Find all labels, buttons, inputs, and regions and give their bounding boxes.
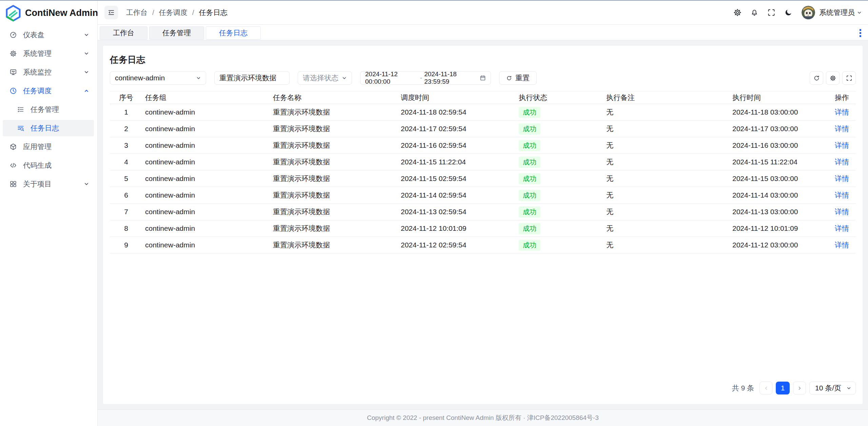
cell-name: 重置演示环境数据 (270, 174, 398, 183)
pagination: 共 9 条 1 10 条/页 (110, 382, 856, 394)
grid-icon (9, 180, 17, 188)
pagination-page-1[interactable]: 1 (776, 382, 790, 394)
breadcrumb-item[interactable]: 工作台 (126, 8, 147, 17)
refresh-icon (506, 75, 512, 81)
chevron-up-icon (84, 88, 89, 94)
fullscreen-button[interactable] (766, 7, 777, 18)
cell-schedule-time: 2024-11-12 10:01:09 (398, 224, 516, 232)
chevron-down-icon (196, 76, 201, 81)
status-badge: 成功 (519, 206, 540, 218)
pagination-next-button[interactable] (793, 382, 806, 394)
status-badge: 成功 (519, 157, 540, 168)
cell-status: 成功 (516, 157, 604, 168)
sidebar-item-system-monitor[interactable]: 系统监控 (3, 64, 94, 80)
dark-mode-button[interactable] (783, 7, 794, 18)
table-body: 1 continew-admin 重置演示环境数据 2024-11-18 02:… (110, 104, 856, 253)
table-header-row: 序号 任务组 任务名称 调度时间 执行状态 执行备注 执行时间 操作 (110, 91, 856, 104)
code-icon (9, 162, 17, 169)
logo[interactable]: ContiNew Admin (0, 1, 97, 25)
table-toolbar (810, 71, 856, 85)
fullscreen-icon (846, 75, 852, 81)
tab-task-management[interactable]: 任务管理 (149, 26, 204, 40)
detail-link[interactable]: 详情 (835, 241, 849, 249)
filter-bar: continew-admin 重置演示环境数据 请选择状态 2024-11-12… (110, 71, 856, 85)
sidebar-item-code-generation[interactable]: 代码生成 (3, 157, 94, 174)
date-range-picker[interactable]: 2024-11-12 00:00:00 - 2024-11-18 23:59:5… (360, 71, 491, 85)
column-header-status: 执行状态 (516, 93, 604, 102)
cell-schedule-time: 2024-11-18 02:59:54 (398, 108, 516, 116)
tab-label: 工作台 (113, 28, 134, 38)
table-row: 1 continew-admin 重置演示环境数据 2024-11-18 02:… (110, 104, 856, 121)
sidebar: ContiNew Admin 仪表盘 系统管理 (0, 1, 98, 426)
sidebar-item-about-project[interactable]: 关于项目 (3, 176, 94, 192)
sidebar-collapse-button[interactable] (104, 6, 118, 19)
chevron-down-icon (846, 386, 851, 391)
cell-exec-time: 2024-11-16 03:00:00 (730, 141, 825, 149)
cell-group: continew-admin (142, 108, 270, 116)
cell-actions: 详情 (825, 224, 856, 233)
tab-task-log[interactable]: 任务日志 (206, 26, 261, 40)
pagination-total: 共 9 条 (732, 383, 754, 393)
sidebar-item-app-management[interactable]: 应用管理 (3, 139, 94, 155)
pagination-prev-button[interactable] (760, 382, 772, 394)
sidebar-item-label: 任务日志 (31, 123, 94, 133)
page-size-select[interactable]: 10 条/页 (809, 382, 856, 394)
sidebar-item-task-management[interactable]: 任务管理 (3, 101, 94, 118)
column-header-remark: 执行备注 (604, 93, 730, 102)
sidebar-item-label: 关于项目 (23, 179, 84, 189)
status-badge: 成功 (519, 190, 540, 201)
breadcrumb-item[interactable]: 任务调度 (159, 8, 188, 17)
avatar[interactable] (802, 6, 815, 19)
detail-link[interactable]: 详情 (835, 158, 849, 166)
cell-name: 重置演示环境数据 (270, 207, 398, 217)
menu-fold-icon (107, 9, 115, 16)
detail-link[interactable]: 详情 (835, 125, 849, 133)
cell-exec-time: 2024-11-15 03:00:00 (730, 175, 825, 183)
detail-link[interactable]: 详情 (835, 224, 849, 232)
refresh-table-button[interactable] (810, 71, 823, 85)
sidebar-item-system-management[interactable]: 系统管理 (3, 45, 94, 62)
column-header-schedule-time: 调度时间 (398, 93, 516, 102)
task-log-card: 任务日志 continew-admin 重置演示环境数据 请选择状态 (103, 46, 863, 404)
cell-group: continew-admin (142, 208, 270, 216)
detail-link[interactable]: 详情 (835, 191, 849, 199)
sidebar-item-task-log[interactable]: 任务日志 (3, 120, 94, 136)
cell-status: 成功 (516, 190, 604, 201)
sidebar-item-task-scheduling[interactable]: 任务调度 (3, 83, 94, 99)
cell-name: 重置演示环境数据 (270, 157, 398, 167)
cell-no: 7 (110, 208, 142, 216)
task-log-table: 序号 任务组 任务名称 调度时间 执行状态 执行备注 执行时间 操作 1 con… (110, 91, 856, 253)
cell-name: 重置演示环境数据 (270, 124, 398, 134)
tab-more-icon[interactable] (857, 28, 863, 38)
tabbar: 工作台 任务管理 任务日志 (98, 25, 868, 40)
cell-remark: 无 (604, 190, 730, 200)
column-settings-button[interactable] (826, 71, 840, 85)
detail-link[interactable]: 详情 (835, 208, 849, 216)
cell-schedule-time: 2024-11-16 02:59:54 (398, 141, 516, 149)
sidebar-item-label: 应用管理 (23, 142, 94, 151)
detail-link[interactable]: 详情 (835, 108, 849, 116)
task-group-select[interactable]: continew-admin (110, 71, 206, 85)
cell-no: 1 (110, 108, 142, 116)
cell-exec-time: 2024-11-12 03:00:00 (730, 241, 825, 249)
status-select[interactable]: 请选择状态 (298, 71, 352, 85)
user-name[interactable]: 系统管理员 (819, 8, 855, 17)
notifications-button[interactable] (749, 7, 760, 18)
sidebar-item-dashboard[interactable]: 仪表盘 (3, 27, 94, 43)
cell-actions: 详情 (825, 157, 856, 167)
detail-link[interactable]: 详情 (835, 141, 849, 149)
cell-status: 成功 (516, 223, 604, 234)
detail-link[interactable]: 详情 (835, 175, 849, 182)
sidebar-item-label: 系统管理 (23, 49, 84, 58)
reset-button[interactable]: 重置 (499, 71, 537, 85)
table-fullscreen-button[interactable] (842, 71, 856, 85)
cell-no: 4 (110, 158, 142, 166)
chevron-down-icon (342, 76, 347, 81)
topbar-actions: 系统管理员 (726, 6, 862, 19)
settings-button[interactable] (732, 7, 743, 18)
cell-remark: 无 (604, 207, 730, 217)
cell-group: continew-admin (142, 224, 270, 232)
task-name-input[interactable]: 重置演示环境数据 (214, 71, 290, 85)
tab-workbench[interactable]: 工作台 (100, 26, 147, 40)
tab-label: 任务日志 (219, 28, 248, 38)
